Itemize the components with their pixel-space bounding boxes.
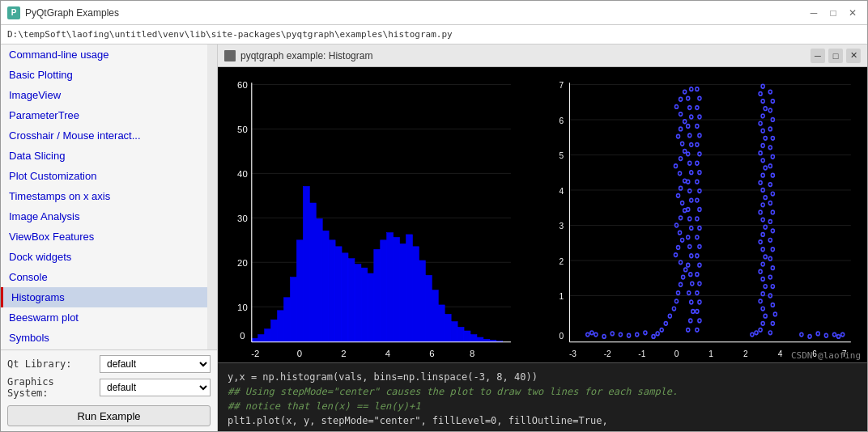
- sidebar-item-auto-range[interactable]: Auto-range: [1, 348, 217, 349]
- title-bar-left: P PyQtGraph Examples: [7, 6, 119, 19]
- sidebar-item-viewbox-features[interactable]: ViewBox Features: [1, 227, 217, 247]
- svg-rect-30: [309, 203, 316, 342]
- maximize-button[interactable]: □: [825, 5, 841, 21]
- svg-rect-28: [296, 240, 303, 342]
- svg-rect-42: [387, 233, 394, 342]
- sidebar-item-plot-customization[interactable]: Plot Customization: [1, 166, 217, 186]
- svg-text:0: 0: [559, 331, 564, 341]
- svg-text:0: 0: [240, 331, 245, 341]
- watermark: CSDN @laofing: [791, 350, 861, 361]
- minimize-button[interactable]: ─: [806, 5, 822, 21]
- svg-rect-34: [335, 247, 342, 342]
- sidebar-item-beeswarm-plot[interactable]: Beeswarm plot: [1, 307, 217, 328]
- charts-container: 60 50 40 30 20 10 0 -2 0 2 4 6: [218, 67, 867, 362]
- svg-rect-40: [374, 249, 381, 341]
- svg-rect-52: [451, 322, 457, 342]
- svg-text:4: 4: [385, 349, 390, 358]
- sidebar-item-command-line-usage[interactable]: Command-line usage: [1, 44, 217, 65]
- code-line-2: ## Using stepMode="center" causes the pl…: [228, 384, 857, 399]
- svg-rect-21: [252, 338, 258, 342]
- histogram-titlebar: pyqtgraph example: Histogram ─ □ ✕: [218, 44, 867, 67]
- main-window: P PyQtGraph Examples ─ □ ✕ D:\tempSoft\l…: [0, 0, 868, 432]
- histogram-minimize-button[interactable]: ─: [811, 49, 825, 63]
- content-area: Command-line usageBasic PlottingImageVie…: [1, 44, 867, 431]
- svg-rect-37: [355, 265, 361, 342]
- graphics-system-label: Graphics System:: [7, 376, 96, 399]
- sidebar-item-basic-plotting[interactable]: Basic Plotting: [1, 65, 217, 85]
- svg-rect-49: [432, 290, 438, 342]
- path-text: D:\tempSoft\laofing\untitled\venv\lib\si…: [7, 29, 453, 40]
- code-line-1: y,x = np.histogram(vals, bins=np.linspac…: [228, 370, 857, 384]
- svg-text:-1: -1: [638, 348, 645, 358]
- svg-text:7: 7: [559, 79, 564, 90]
- svg-text:6: 6: [429, 349, 434, 358]
- sidebar-item-symbols[interactable]: Symbols: [1, 328, 217, 348]
- histogram-window: pyqtgraph example: Histogram ─ □ ✕: [218, 44, 867, 363]
- svg-text:0: 0: [674, 348, 679, 358]
- graphics-system-select[interactable]: default: [100, 379, 211, 396]
- histogram-window-icon: [224, 50, 236, 61]
- svg-rect-33: [329, 240, 335, 342]
- svg-text:10: 10: [237, 303, 248, 312]
- left-chart: 60 50 40 30 20 10 0 -2 0 2 4 6: [226, 75, 538, 362]
- svg-text:1: 1: [559, 291, 564, 302]
- svg-text:-2: -2: [251, 349, 259, 358]
- svg-text:1: 1: [708, 348, 713, 358]
- right-chart-svg: 7 6 5 4 3 2 1 0 -3 -2 -1 0: [547, 75, 859, 362]
- svg-rect-25: [278, 311, 284, 342]
- sidebar-item-timestamps[interactable]: Timestamps on x axis: [1, 186, 217, 206]
- sidebar-item-crosshair[interactable]: Crosshair / Mouse interact...: [1, 125, 217, 146]
- svg-text:30: 30: [237, 214, 248, 223]
- svg-rect-62: [547, 75, 859, 344]
- svg-text:40: 40: [237, 169, 248, 179]
- sidebar-list: Command-line usageBasic PlottingImageVie…: [1, 44, 217, 349]
- qt-library-select[interactable]: default: [100, 355, 211, 373]
- sidebar-item-image-view[interactable]: ImageView: [1, 85, 217, 105]
- svg-rect-46: [412, 247, 419, 342]
- sidebar-item-dock-widgets[interactable]: Dock widgets: [1, 247, 217, 267]
- svg-rect-44: [400, 244, 406, 341]
- sidebar-item-image-analysis[interactable]: Image Analysis: [1, 206, 217, 227]
- svg-rect-47: [419, 260, 425, 342]
- qt-library-label: Qt Library:: [7, 358, 96, 370]
- svg-text:2: 2: [743, 348, 748, 358]
- svg-text:0: 0: [297, 349, 302, 358]
- code-line-4: plt1.plot(x, y, stepMode="center", fillL…: [228, 413, 857, 428]
- svg-rect-50: [438, 305, 445, 342]
- svg-text:5: 5: [559, 150, 564, 160]
- window-title: PyQtGraph Examples: [25, 7, 119, 19]
- histogram-close-button[interactable]: ✕: [846, 49, 861, 63]
- svg-text:4: 4: [778, 348, 783, 358]
- svg-text:2: 2: [559, 256, 564, 266]
- run-example-button[interactable]: Run Example: [7, 405, 211, 426]
- app-icon: P: [7, 6, 20, 19]
- svg-text:-2: -2: [604, 348, 611, 358]
- sidebar-item-histograms[interactable]: Histograms: [1, 287, 217, 307]
- svg-text:4: 4: [559, 185, 564, 196]
- graphics-system-row: Graphics System: default: [7, 376, 211, 399]
- svg-rect-24: [271, 320, 278, 341]
- sidebar-item-data-slicing[interactable]: Data Slicing: [1, 146, 217, 166]
- svg-rect-43: [394, 237, 400, 341]
- qt-library-row: Qt Library: default: [7, 355, 211, 373]
- sidebar-item-console[interactable]: Console: [1, 267, 217, 287]
- svg-rect-27: [290, 277, 296, 342]
- close-button[interactable]: ✕: [845, 5, 861, 21]
- code-line-3: ## notice that len(x) == len(y)+1: [228, 399, 857, 413]
- histogram-maximize-button[interactable]: □: [828, 49, 843, 63]
- title-bar: P PyQtGraph Examples ─ □ ✕: [1, 1, 867, 25]
- svg-rect-53: [457, 327, 464, 341]
- svg-text:3: 3: [559, 220, 564, 231]
- svg-text:8: 8: [470, 349, 474, 358]
- sidebar-bottom: Qt Library: default Graphics System: def…: [1, 349, 217, 431]
- svg-text:-3: -3: [569, 348, 577, 358]
- svg-rect-29: [303, 186, 309, 341]
- right-chart: 7 6 5 4 3 2 1 0 -3 -2 -1 0: [547, 75, 859, 362]
- sidebar: Command-line usageBasic PlottingImageVie…: [1, 44, 218, 431]
- svg-rect-32: [322, 231, 329, 341]
- histogram-window-title: pyqtgraph example: Histogram: [240, 50, 372, 61]
- svg-rect-26: [284, 298, 291, 342]
- right-area: pyqtgraph example: Histogram ─ □ ✕: [218, 44, 867, 431]
- sidebar-item-parameter-tree[interactable]: ParameterTree: [1, 105, 217, 125]
- svg-text:50: 50: [237, 125, 248, 134]
